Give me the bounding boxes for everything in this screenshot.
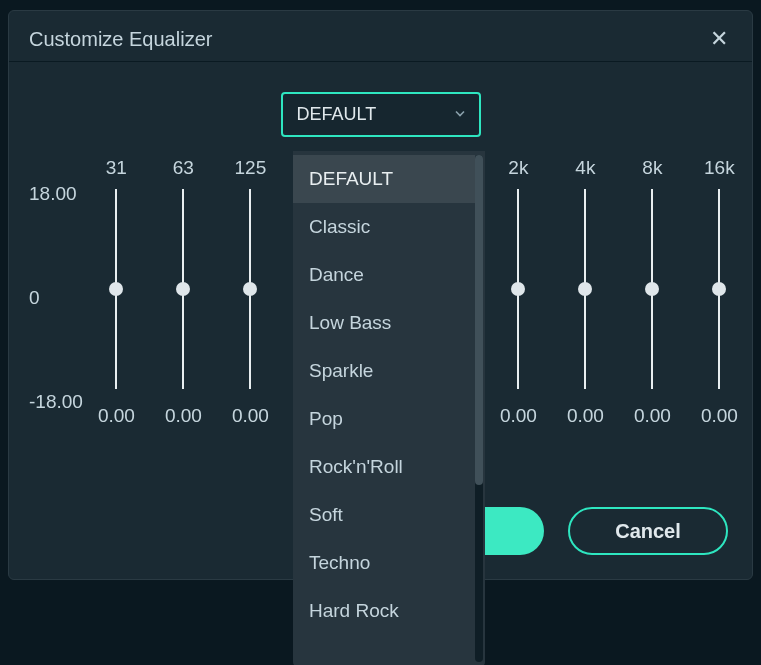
preset-option-list: DEFAULT Classic Dance Low Bass Sparkle P… <box>293 151 475 665</box>
chevron-down-icon <box>453 104 467 125</box>
equalizer-dialog: Customize Equalizer ✕ DEFAULT 18.00 0 -1… <box>8 10 753 580</box>
band-slider-63[interactable] <box>182 189 184 389</box>
band-value-label: 0.00 <box>701 405 738 427</box>
gain-scale: 18.00 0 -18.00 <box>29 157 83 413</box>
slider-thumb[interactable] <box>176 282 190 296</box>
band-freq-label: 8k <box>642 157 662 185</box>
band-63: 63 0.00 <box>150 157 217 427</box>
slider-thumb[interactable] <box>712 282 726 296</box>
slider-thumb[interactable] <box>243 282 257 296</box>
band-value-label: 0.00 <box>567 405 604 427</box>
band-freq-label: 16k <box>704 157 735 185</box>
preset-option-techno[interactable]: Techno <box>293 539 475 587</box>
scale-mid: 0 <box>29 287 83 309</box>
preset-option-dance[interactable]: Dance <box>293 251 475 299</box>
band-slider-31[interactable] <box>115 189 117 389</box>
dialog-header: Customize Equalizer ✕ <box>9 11 752 61</box>
preset-option-pop[interactable]: Pop <box>293 395 475 443</box>
band-slider-125[interactable] <box>249 189 251 389</box>
band-value-label: 0.00 <box>165 405 202 427</box>
dropdown-scrollbar[interactable] <box>475 155 483 662</box>
band-freq-label: 125 <box>235 157 267 185</box>
preset-select[interactable]: DEFAULT <box>281 92 481 137</box>
preset-selected-label: DEFAULT <box>297 104 377 124</box>
band-freq-label: 4k <box>575 157 595 185</box>
band-freq-label: 2k <box>508 157 528 185</box>
band-slider-4k[interactable] <box>584 189 586 389</box>
dialog-title: Customize Equalizer <box>29 28 212 51</box>
band-slider-8k[interactable] <box>651 189 653 389</box>
band-slider-16k[interactable] <box>718 189 720 389</box>
scale-min: -18.00 <box>29 391 83 413</box>
band-freq-label: 31 <box>106 157 127 185</box>
band-8k: 8k 0.00 <box>619 157 686 427</box>
slider-thumb[interactable] <box>109 282 123 296</box>
band-value-label: 0.00 <box>500 405 537 427</box>
slider-thumb[interactable] <box>511 282 525 296</box>
band-125: 125 0.00 <box>217 157 284 427</box>
scale-max: 18.00 <box>29 183 83 205</box>
preset-option-hard-rock[interactable]: Hard Rock <box>293 587 475 635</box>
preset-option-classic[interactable]: Classic <box>293 203 475 251</box>
preset-option-sparkle[interactable]: Sparkle <box>293 347 475 395</box>
preset-dropdown: DEFAULT Classic Dance Low Bass Sparkle P… <box>293 151 485 665</box>
scrollbar-thumb[interactable] <box>475 155 483 485</box>
band-31: 31 0.00 <box>83 157 150 427</box>
preset-option-default[interactable]: DEFAULT <box>293 155 475 203</box>
preset-option-rocknroll[interactable]: Rock'n'Roll <box>293 443 475 491</box>
slider-thumb[interactable] <box>645 282 659 296</box>
band-freq-label: 63 <box>173 157 194 185</box>
slider-thumb[interactable] <box>578 282 592 296</box>
band-value-label: 0.00 <box>232 405 269 427</box>
band-value-label: 0.00 <box>634 405 671 427</box>
preset-option-soft[interactable]: Soft <box>293 491 475 539</box>
close-icon[interactable]: ✕ <box>706 24 732 54</box>
cancel-button[interactable]: Cancel <box>568 507 728 555</box>
band-value-label: 0.00 <box>98 405 135 427</box>
band-2k: 2k 0.00 <box>485 157 552 427</box>
band-slider-2k[interactable] <box>517 189 519 389</box>
band-16k: 16k 0.00 <box>686 157 753 427</box>
band-4k: 4k 0.00 <box>552 157 619 427</box>
preset-option-low-bass[interactable]: Low Bass <box>293 299 475 347</box>
